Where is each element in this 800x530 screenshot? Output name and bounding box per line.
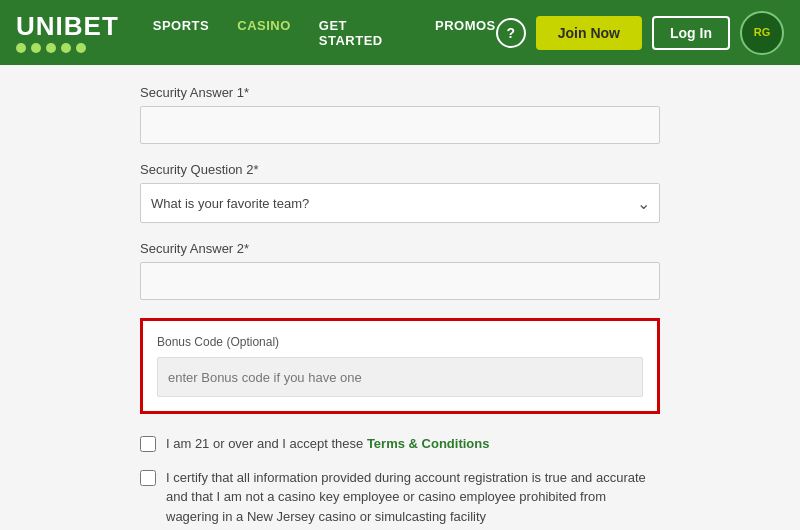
- security-answer-1-label: Security Answer 1*: [140, 85, 660, 100]
- terms-checkbox[interactable]: [140, 436, 156, 452]
- security-question-2-label: Security Question 2*: [140, 162, 660, 177]
- header: UNIBET SPORTS CASINO GET STARTED PROMOS …: [0, 0, 800, 65]
- logo-dot-2: [31, 43, 41, 53]
- bonus-code-section: Bonus Code (Optional): [140, 318, 660, 414]
- join-now-button[interactable]: Join Now: [536, 16, 642, 50]
- nav-promos[interactable]: PROMOS: [435, 18, 496, 48]
- security-answer-2-input[interactable]: [140, 262, 660, 300]
- logo-text: UNIBET: [16, 13, 119, 39]
- security-answer-1-input[interactable]: [140, 106, 660, 144]
- certify-checkbox-section: I certify that all information provided …: [140, 468, 660, 527]
- nav: SPORTS CASINO GET STARTED PROMOS: [143, 18, 496, 48]
- help-button[interactable]: ?: [496, 18, 526, 48]
- certify-checkbox-label: I certify that all information provided …: [166, 468, 660, 527]
- nav-casino[interactable]: CASINO: [237, 18, 291, 48]
- terms-conditions-link[interactable]: Terms & Conditions: [367, 436, 490, 451]
- security-question-2-select[interactable]: What is your favorite team? What is your…: [140, 183, 660, 223]
- security-question-2-wrapper: What is your favorite team? What is your…: [140, 183, 660, 223]
- security-question-2-section: Security Question 2* What is your favori…: [140, 162, 660, 223]
- logo-dot-1: [16, 43, 26, 53]
- logo-dot-3: [46, 43, 56, 53]
- login-button[interactable]: Log In: [652, 16, 730, 50]
- security-answer-2-label: Security Answer 2*: [140, 241, 660, 256]
- logo-dot-4: [61, 43, 71, 53]
- bonus-code-label: Bonus Code (Optional): [157, 335, 643, 349]
- terms-checkbox-section: I am 21 or over and I accept these Terms…: [140, 434, 660, 454]
- bonus-code-input[interactable]: [157, 357, 643, 397]
- security-answer-2-section: Security Answer 2*: [140, 241, 660, 300]
- nav-sports[interactable]: SPORTS: [153, 18, 209, 48]
- logo-dot-5: [76, 43, 86, 53]
- logo-area: UNIBET: [16, 13, 119, 53]
- nav-get-started[interactable]: GET STARTED: [319, 18, 407, 48]
- security-answer-1-section: Security Answer 1*: [140, 85, 660, 144]
- rg-badge: RG: [740, 11, 784, 55]
- header-right: ? Join Now Log In RG: [496, 11, 784, 55]
- terms-prefix: I am 21 or over and I accept these: [166, 436, 367, 451]
- terms-checkbox-label: I am 21 or over and I accept these Terms…: [166, 434, 489, 454]
- rg-label: RG: [754, 27, 771, 38]
- main-content: Security Answer 1* Security Question 2* …: [0, 65, 800, 530]
- certify-checkbox[interactable]: [140, 470, 156, 486]
- logo-dots: [16, 43, 86, 53]
